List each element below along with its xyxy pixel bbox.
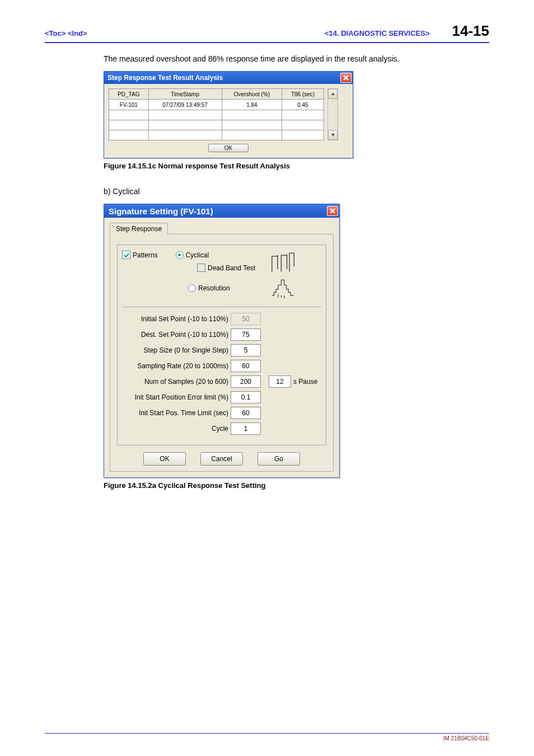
dialog2-title: Signature Setting (FV-101)	[109, 206, 327, 216]
initial-sp-label: Initial Set Point (-10 to 110%)	[122, 315, 231, 323]
sampling-rate-input[interactable]	[231, 360, 261, 372]
num-samples-input[interactable]	[231, 375, 261, 388]
cancel-button[interactable]: Cancel	[200, 452, 243, 466]
table-row[interactable]	[109, 110, 324, 120]
cell-timestamp: 07/27/09 13:49:57	[148, 100, 222, 110]
time-limit-label: Init Start Pos. Time Limit (sec)	[122, 409, 231, 417]
ind-link[interactable]: <Ind>	[68, 29, 87, 37]
patterns-checkbox[interactable]	[122, 251, 130, 259]
step-size-input[interactable]	[231, 344, 261, 356]
num-samples-label: Num of Samples (20 to 600)	[122, 378, 231, 386]
page-header: <Toc> <Ind> <14. DIAGNOSTIC SERVICES> 14…	[45, 22, 489, 43]
table-row[interactable]: FV-101 07/27/09 13:49:57 1.84 0.45	[109, 100, 324, 110]
resolution-graph-icon	[271, 276, 297, 300]
deadband-checkbox[interactable]	[197, 264, 205, 272]
cell-t86: 0.45	[282, 100, 324, 110]
initial-sp-input	[231, 313, 261, 325]
sampling-rate-label: Sampling Rate (20 to 1000ms)	[122, 362, 231, 370]
go-button[interactable]: Go	[257, 452, 300, 466]
cell-pdtag: FV-101	[109, 100, 149, 110]
col-timestamp: TimeStamp	[148, 89, 222, 100]
time-limit-input[interactable]	[231, 407, 261, 419]
tab-step-response[interactable]: Step Response	[110, 223, 168, 234]
dest-sp-label: Dest. Set Point (-10 to 110%)	[122, 331, 231, 339]
figure-caption-1: Figure 14.15.1c Normal response Test Res…	[104, 162, 489, 170]
result-table: PD_TAG TimeStamp Overshoot (%) T86 (sec)…	[109, 88, 324, 140]
patterns-label: Patterns	[133, 251, 158, 259]
resolution-label: Resolution	[198, 284, 230, 292]
err-limit-input[interactable]	[231, 391, 261, 403]
patterns-group: Patterns Cyclical Dead Band Test	[117, 245, 326, 445]
close-icon[interactable]	[340, 73, 352, 83]
cyclical-radio[interactable]	[176, 251, 184, 259]
figure-caption-2: Figure 14.15.2a Cyclical Response Test S…	[104, 481, 489, 490]
dialog1-title: Step Response Test Result Analysis	[107, 74, 340, 82]
pause-seconds-input[interactable]	[269, 375, 291, 388]
dialog1-titlebar[interactable]: Step Response Test Result Analysis	[104, 72, 353, 84]
dest-sp-input[interactable]	[231, 328, 261, 341]
table-row[interactable]	[109, 120, 324, 130]
cycle-input[interactable]	[231, 422, 261, 435]
signature-setting-dialog: Signature Setting (FV-101) Step Response	[104, 204, 340, 478]
cell-overshoot: 1.84	[222, 100, 282, 110]
vertical-scrollbar[interactable]	[327, 88, 338, 140]
subsection-b: b) Cyclical	[104, 187, 489, 196]
pause-unit-label: s Pause	[293, 378, 317, 386]
col-pdtag: PD_TAG	[109, 89, 149, 100]
cyclical-label: Cyclical	[186, 251, 209, 259]
cycle-label: Cycle	[122, 425, 231, 433]
close-icon[interactable]	[327, 206, 338, 216]
dialog2-titlebar[interactable]: Signature Setting (FV-101)	[104, 204, 339, 218]
scroll-down-icon[interactable]	[328, 130, 338, 140]
ok-button[interactable]: OK	[143, 452, 186, 466]
header-section: <14. DIAGNOSTIC SERVICES>	[325, 29, 430, 37]
resolution-radio[interactable]	[188, 284, 196, 292]
deadband-label: Dead Band Test	[208, 264, 255, 272]
header-page-number: 14-15	[452, 22, 490, 40]
result-analysis-dialog: Step Response Test Result Analysis PD_TA…	[104, 71, 353, 158]
cyclical-graph-icon	[271, 251, 297, 274]
table-row[interactable]	[109, 130, 324, 140]
ok-button[interactable]: OK	[208, 144, 249, 152]
col-overshoot: Overshoot (%)	[222, 89, 282, 100]
footer-docid: IM 21B04C50-01E	[45, 733, 489, 741]
err-limit-label: Init Start Position Error limit (%)	[122, 393, 231, 401]
step-size-label: Step Size (0 for Single Step)	[122, 346, 231, 354]
scroll-up-icon[interactable]	[328, 89, 338, 99]
toc-link[interactable]: <Toc>	[45, 29, 65, 37]
col-t86: T86 (sec)	[282, 89, 324, 100]
intro-text: The measured overshoot and 86% response …	[104, 54, 489, 63]
